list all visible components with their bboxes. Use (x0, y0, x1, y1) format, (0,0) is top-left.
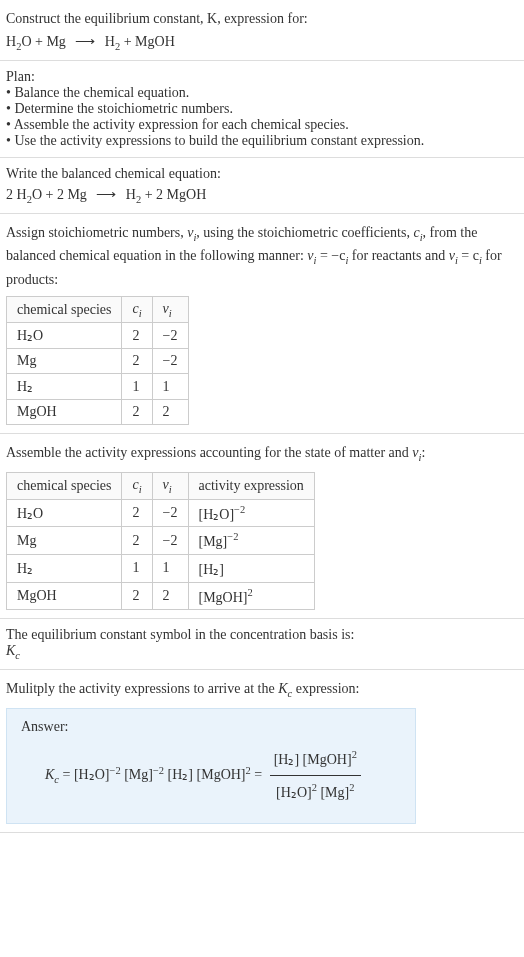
cell-species: Mg (7, 349, 122, 374)
table-row: Mg2−2 (7, 349, 189, 374)
plan-bullet-1: • Balance the chemical equation. (6, 85, 518, 101)
cell-c: 2 (122, 499, 152, 527)
kc-symbol: Kc (6, 643, 518, 661)
balanced-rhs: H2 + 2 MgOH (126, 187, 206, 202)
answer-fraction: [H₂] [MgOH]2[H₂O]2 [Mg]2 (270, 743, 361, 809)
cell-species: H₂O (7, 499, 122, 527)
fraction-numerator: [H₂] [MgOH]2 (270, 743, 361, 776)
cell-v: 2 (152, 400, 188, 425)
cell-c: 2 (122, 582, 152, 610)
plan-bullet-4: • Use the activity expressions to build … (6, 133, 518, 149)
col-ci: ci (122, 473, 152, 500)
cell-c: 2 (122, 527, 152, 555)
table-row: H₂O2−2[H₂O]−2 (7, 499, 315, 527)
cell-v: −2 (152, 323, 188, 349)
cell-c: 2 (122, 349, 152, 374)
table-row: MgOH22[MgOH]2 (7, 582, 315, 610)
cell-expr: [Mg]−2 (188, 527, 314, 555)
activity-heading: Assemble the activity expressions accoun… (6, 442, 518, 466)
table-header-row: chemical species ci νi activity expressi… (7, 473, 315, 500)
cell-v: −2 (152, 499, 188, 527)
col-nui: νi (152, 473, 188, 500)
cell-expr: [H₂] (188, 555, 314, 583)
stoich-heading: Assign stoichiometric numbers, νi, using… (6, 222, 518, 290)
answer-label: Answer: (21, 719, 401, 735)
multiply-heading: Mulitply the activity expressions to arr… (6, 678, 518, 702)
stoich-section: Assign stoichiometric numbers, νi, using… (0, 214, 524, 435)
cell-species: H₂ (7, 555, 122, 583)
kc-symbol-section: The equilibrium constant symbol in the c… (0, 619, 524, 670)
cell-c: 1 (122, 374, 152, 400)
answer-box: Answer: Kc = [H₂O]−2 [Mg]−2 [H₂] [MgOH]2… (6, 708, 416, 824)
cell-species: H₂O (7, 323, 122, 349)
plan-heading: Plan: (6, 69, 518, 85)
col-species: chemical species (7, 296, 122, 323)
plan-section: Plan: • Balance the chemical equation. •… (0, 61, 524, 158)
balanced-equation: 2 H2O + 2 Mg ⟶ H2 + 2 MgOH (6, 186, 518, 205)
stoich-table: chemical species ci νi H₂O2−2 Mg2−2 H₂11… (6, 296, 189, 426)
cell-c: 2 (122, 323, 152, 349)
cell-species: MgOH (7, 400, 122, 425)
plan-bullet-2: • Determine the stoichiometric numbers. (6, 101, 518, 117)
balanced-heading: Write the balanced chemical equation: (6, 166, 518, 182)
cell-species: H₂ (7, 374, 122, 400)
intro-section: Construct the equilibrium constant, K, e… (0, 0, 524, 61)
cell-expr: [MgOH]2 (188, 582, 314, 610)
eq-lhs: H2O + Mg (6, 34, 66, 49)
balanced-section: Write the balanced chemical equation: 2 … (0, 158, 524, 214)
cell-v: 1 (152, 374, 188, 400)
intro-line1: Construct the equilibrium constant, K, e… (6, 8, 518, 29)
answer-expression: Kc = [H₂O]−2 [Mg]−2 [H₂] [MgOH]2 = [H₂] … (21, 743, 401, 809)
eq-rhs: H2 + MgOH (105, 34, 175, 49)
activity-section: Assemble the activity expressions accoun… (0, 434, 524, 619)
cell-v: −2 (152, 349, 188, 374)
table-row: H₂11 (7, 374, 189, 400)
col-activity: activity expression (188, 473, 314, 500)
kc-symbol-heading: The equilibrium constant symbol in the c… (6, 627, 518, 643)
table-row: MgOH22 (7, 400, 189, 425)
cell-species: MgOH (7, 582, 122, 610)
cell-expr: [H₂O]−2 (188, 499, 314, 527)
reaction-arrow-icon: ⟶ (90, 187, 122, 202)
table-header-row: chemical species ci νi (7, 296, 189, 323)
table-row: Mg2−2[Mg]−2 (7, 527, 315, 555)
fraction-denominator: [H₂O]2 [Mg]2 (270, 776, 361, 808)
col-nui: νi (152, 296, 188, 323)
answer-section: Mulitply the activity expressions to arr… (0, 670, 524, 832)
cell-v: −2 (152, 527, 188, 555)
plan-bullet-3: • Assemble the activity expression for e… (6, 117, 518, 133)
reaction-arrow-icon: ⟶ (69, 34, 101, 49)
cell-species: Mg (7, 527, 122, 555)
intro-equation: H2O + Mg ⟶ H2 + MgOH (6, 33, 518, 52)
col-species: chemical species (7, 473, 122, 500)
table-row: H₂11[H₂] (7, 555, 315, 583)
cell-v: 1 (152, 555, 188, 583)
cell-c: 1 (122, 555, 152, 583)
activity-table: chemical species ci νi activity expressi… (6, 472, 315, 610)
cell-c: 2 (122, 400, 152, 425)
col-ci: ci (122, 296, 152, 323)
table-row: H₂O2−2 (7, 323, 189, 349)
cell-v: 2 (152, 582, 188, 610)
balanced-lhs: 2 H2O + 2 Mg (6, 187, 87, 202)
